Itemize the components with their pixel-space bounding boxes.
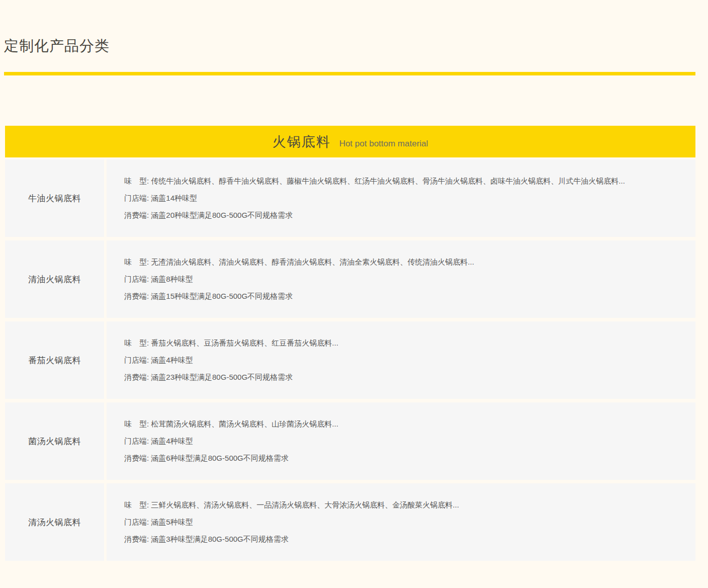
store-label: 门店端: [124,356,151,364]
consumer-value: 涵盖6种味型满足80G-500G不同规格需求 [151,454,288,462]
category-label: 番茄火锅底料 [28,355,81,366]
category-cell: 清汤火锅底料 [5,483,104,561]
title-divider [4,72,695,75]
product-table: 火锅底料 Hot pot bottom material 牛油火锅底料 味 型:… [5,126,695,561]
flavor-line: 味 型: 三鲜火锅底料、清汤火锅底料、一品清汤火锅底料、大骨浓汤火锅底料、金汤酸… [124,496,683,514]
flavor-value: 三鲜火锅底料、清汤火锅底料、一品清汤火锅底料、大骨浓汤火锅底料、金汤酸菜火锅底料… [151,500,459,509]
flavor-value: 番茄火锅底料、豆汤番茄火锅底料、红豆番茄火锅底料... [151,339,338,347]
table-title-zh: 火锅底料 [273,133,331,151]
consumer-label: 消费端: [124,373,151,381]
table-row: 菌汤火锅底料 味 型: 松茸菌汤火锅底料、菌汤火锅底料、山珍菌汤火锅底料... … [5,402,695,480]
store-value: 涵盖8种味型 [151,275,193,283]
page-title: 定制化产品分类 [4,36,110,56]
store-label: 门店端: [124,275,151,283]
flavor-value: 无渣清油火锅底料、清油火锅底料、醇香清油火锅底料、清油全素火锅底料、传统清油火锅… [151,258,474,266]
category-label: 清油火锅底料 [28,274,81,285]
category-cell: 番茄火锅底料 [5,321,104,399]
consumer-line: 消费端: 涵盖3种味型满足80G-500G不同规格需求 [124,531,683,548]
flavor-line: 味 型: 无渣清油火锅底料、清油火锅底料、醇香清油火锅底料、清油全素火锅底料、传… [124,254,683,271]
page: 定制化产品分类 火锅底料 Hot pot bottom material 牛油火… [0,0,708,588]
consumer-label: 消费端: [124,211,151,219]
store-value: 涵盖5种味型 [151,518,193,526]
table-row: 牛油火锅底料 味 型: 传统牛油火锅底料、醇香牛油火锅底料、藤椒牛油火锅底料、红… [5,159,695,237]
store-value: 涵盖4种味型 [151,356,193,364]
consumer-label: 消费端: [124,292,151,300]
category-details-cell: 味 型: 松茸菌汤火锅底料、菌汤火锅底料、山珍菌汤火锅底料... 门店端: 涵盖… [107,402,695,480]
table-row: 番茄火锅底料 味 型: 番茄火锅底料、豆汤番茄火锅底料、红豆番茄火锅底料... … [5,321,695,399]
flavor-line: 味 型: 松茸菌汤火锅底料、菌汤火锅底料、山珍菌汤火锅底料... [124,415,683,433]
flavor-label: 味 型: [124,419,151,428]
table-title-en: Hot pot bottom material [339,135,428,149]
store-line: 门店端: 涵盖4种味型 [124,433,683,450]
store-label: 门店端: [124,437,151,445]
flavor-label: 味 型: [124,339,151,347]
table-body: 牛油火锅底料 味 型: 传统牛油火锅底料、醇香牛油火锅底料、藤椒牛油火锅底料、红… [5,159,695,561]
category-label: 清汤火锅底料 [28,517,81,528]
consumer-line: 消费端: 涵盖6种味型满足80G-500G不同规格需求 [124,450,683,467]
consumer-label: 消费端: [124,454,151,462]
store-value: 涵盖14种味型 [151,194,197,202]
store-line: 门店端: 涵盖5种味型 [124,514,683,531]
consumer-value: 涵盖3种味型满足80G-500G不同规格需求 [151,535,288,543]
category-details-cell: 味 型: 传统牛油火锅底料、醇香牛油火锅底料、藤椒牛油火锅底料、红汤牛油火锅底料… [107,159,695,237]
consumer-label: 消费端: [124,535,151,543]
category-cell: 清油火锅底料 [5,240,104,318]
flavor-value: 松茸菌汤火锅底料、菌汤火锅底料、山珍菌汤火锅底料... [151,419,338,428]
category-label: 牛油火锅底料 [28,193,81,204]
category-details-cell: 味 型: 无渣清油火锅底料、清油火锅底料、醇香清油火锅底料、清油全素火锅底料、传… [107,240,695,318]
consumer-value: 涵盖15种味型满足80G-500G不同规格需求 [151,292,293,300]
flavor-line: 味 型: 传统牛油火锅底料、醇香牛油火锅底料、藤椒牛油火锅底料、红汤牛油火锅底料… [124,173,683,190]
category-cell: 牛油火锅底料 [5,159,104,237]
consumer-value: 涵盖20种味型满足80G-500G不同规格需求 [151,211,293,219]
category-details-cell: 味 型: 番茄火锅底料、豆汤番茄火锅底料、红豆番茄火锅底料... 门店端: 涵盖… [107,321,695,399]
category-cell: 菌汤火锅底料 [5,402,104,480]
store-label: 门店端: [124,194,151,202]
table-row: 清汤火锅底料 味 型: 三鲜火锅底料、清汤火锅底料、一品清汤火锅底料、大骨浓汤火… [5,483,695,561]
table-row: 清油火锅底料 味 型: 无渣清油火锅底料、清油火锅底料、醇香清油火锅底料、清油全… [5,240,695,318]
flavor-value: 传统牛油火锅底料、醇香牛油火锅底料、藤椒牛油火锅底料、红汤牛油火锅底料、骨汤牛油… [151,177,625,185]
flavor-label: 味 型: [124,500,151,509]
store-line: 门店端: 涵盖4种味型 [124,352,683,369]
consumer-line: 消费端: 涵盖15种味型满足80G-500G不同规格需求 [124,288,683,305]
consumer-value: 涵盖23种味型满足80G-500G不同规格需求 [151,373,293,381]
consumer-line: 消费端: 涵盖20种味型满足80G-500G不同规格需求 [124,207,683,224]
table-header: 火锅底料 Hot pot bottom material [5,126,695,157]
store-label: 门店端: [124,518,151,526]
flavor-label: 味 型: [124,258,151,266]
store-value: 涵盖4种味型 [151,437,193,445]
category-label: 菌汤火锅底料 [28,436,81,447]
store-line: 门店端: 涵盖8种味型 [124,271,683,288]
category-details-cell: 味 型: 三鲜火锅底料、清汤火锅底料、一品清汤火锅底料、大骨浓汤火锅底料、金汤酸… [107,483,695,561]
flavor-line: 味 型: 番茄火锅底料、豆汤番茄火锅底料、红豆番茄火锅底料... [124,334,683,352]
consumer-line: 消费端: 涵盖23种味型满足80G-500G不同规格需求 [124,369,683,386]
store-line: 门店端: 涵盖14种味型 [124,190,683,207]
flavor-label: 味 型: [124,177,151,185]
